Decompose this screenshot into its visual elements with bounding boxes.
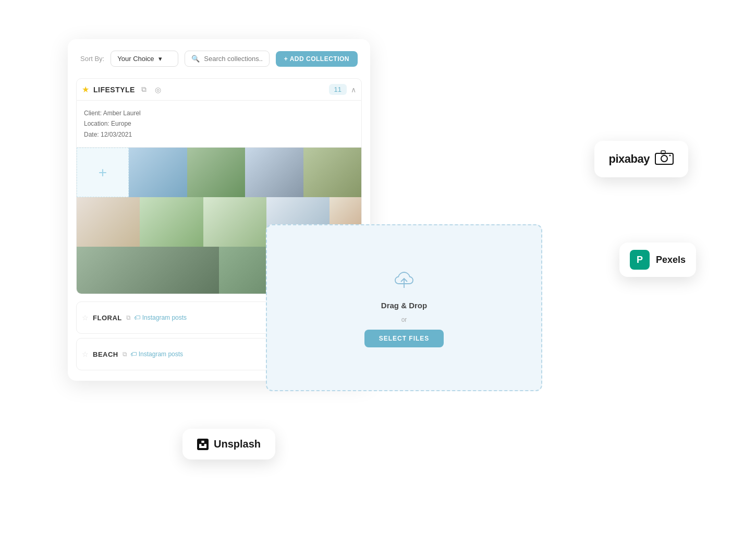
grid-image-4[interactable] — [303, 148, 362, 197]
pexels-icon: P — [630, 250, 650, 270]
floral-name: FLORAL — [93, 314, 122, 322]
grid-image-5[interactable] — [77, 197, 140, 247]
grid-image-2[interactable] — [187, 148, 246, 197]
cloud-upload-icon — [391, 268, 417, 295]
collection-name: LIFESTYLE — [93, 86, 135, 94]
select-files-button[interactable]: SELECT FILES — [364, 330, 444, 347]
collection-header: ★ LIFESTYLE ⧉ ◎ 11 ∧ — [76, 78, 362, 101]
pixabay-badge: pixabay — [594, 141, 688, 177]
sort-by-label: Sort By: — [80, 55, 104, 63]
collection-header-left: ★ LIFESTYLE ⧉ ◎ — [82, 84, 163, 95]
toolbar: Sort By: Your Choice ▾ 🔍 + ADD COLLECTIO… — [68, 39, 370, 78]
floral-tag: 🏷 Instagram posts — [134, 314, 187, 321]
tag-icon: 🏷 — [134, 314, 140, 321]
search-icon: 🔍 — [191, 55, 200, 63]
grid-image-1[interactable] — [129, 148, 187, 197]
unsplash-icon — [197, 439, 209, 450]
unsplash-text: Unsplash — [214, 438, 261, 450]
svg-point-4 — [669, 155, 671, 156]
grid-row-1: + — [77, 148, 361, 197]
collapse-button[interactable]: ∧ — [351, 86, 356, 94]
search-box: 🔍 — [185, 51, 270, 67]
beach-tag: 🏷 Instagram posts — [130, 350, 183, 358]
drag-drop-text: Drag & Drop — [381, 301, 427, 310]
chevron-down-icon: ▾ — [158, 55, 162, 63]
pexels-icon-letter: P — [637, 255, 643, 265]
tag-icon-button[interactable]: ◎ — [153, 84, 163, 95]
beach-copy-icon[interactable]: ⧉ — [123, 350, 127, 358]
grid-image-3[interactable] — [245, 148, 303, 197]
upload-panel: Drag & Drop or SELECT FILES — [266, 224, 542, 391]
collection-description: Client: Amber Laurel Location: Europe Da… — [76, 101, 362, 148]
grid-image-6[interactable] — [140, 197, 203, 247]
copy-icon-button[interactable]: ⧉ — [139, 84, 149, 95]
beach-star-icon[interactable]: ☆ — [82, 350, 89, 358]
desc-line-2: Location: Europe — [84, 118, 354, 129]
svg-point-2 — [661, 155, 667, 162]
unsplash-badge: Unsplash — [182, 429, 275, 460]
floral-tag-label: Instagram posts — [142, 314, 187, 321]
pixabay-camera-icon — [655, 150, 674, 168]
search-input[interactable] — [204, 55, 263, 63]
floral-copy-icon[interactable]: ⧉ — [126, 314, 131, 321]
beach-tag-label: Instagram posts — [139, 350, 183, 358]
add-image-cell[interactable]: + — [77, 148, 129, 197]
sort-by-value: Your Choice — [117, 55, 154, 63]
desc-line-1: Client: Amber Laurel — [84, 108, 354, 118]
sort-by-select[interactable]: Your Choice ▾ — [111, 51, 178, 67]
desc-line-3: Date: 12/03/2021 — [84, 129, 354, 140]
count-badge: 11 — [329, 84, 347, 95]
beach-name: BEACH — [93, 350, 118, 358]
star-icon[interactable]: ★ — [82, 84, 89, 94]
grid-image-7[interactable] — [203, 197, 266, 247]
pexels-badge: P Pexels — [619, 243, 696, 277]
floral-star-icon[interactable]: ☆ — [82, 313, 89, 322]
or-text: or — [401, 316, 407, 323]
add-collection-button[interactable]: + ADD COLLECTION — [276, 51, 358, 67]
plus-icon: + — [99, 164, 107, 181]
pexels-text: Pexels — [656, 255, 686, 265]
collection-header-right: 11 ∧ — [329, 84, 356, 95]
pixabay-logo-text: pixabay — [609, 152, 650, 166]
grid-image-10[interactable] — [77, 247, 219, 294]
beach-tag-icon: 🏷 — [130, 350, 137, 358]
